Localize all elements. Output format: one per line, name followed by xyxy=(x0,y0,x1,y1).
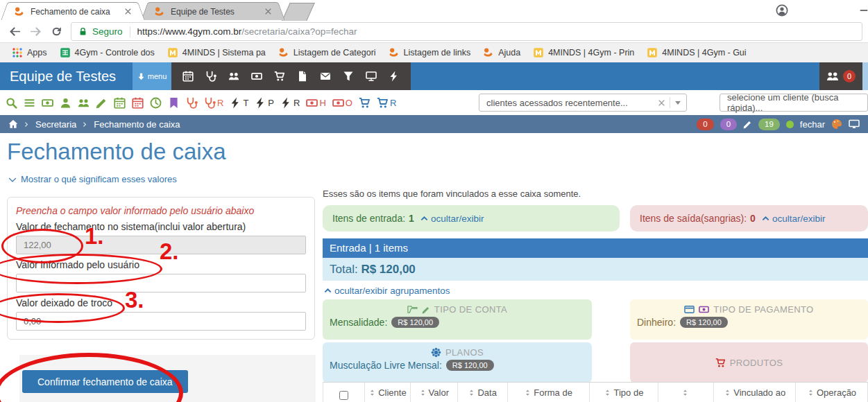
shortcut-bolt-R[interactable]: R xyxy=(280,97,300,109)
shortcut-menu[interactable] xyxy=(24,97,35,109)
breadcrumb-secretaria[interactable]: Secretaria xyxy=(35,119,76,130)
url-omnibox[interactable]: Seguro https://www.4gym.com.br/secretari… xyxy=(71,22,862,41)
tab-equipe-de-testes[interactable]: Equipe de Testes xyxy=(150,2,276,20)
select-all-checkbox[interactable] xyxy=(339,391,348,400)
shortcut-pencil[interactable] xyxy=(96,97,108,109)
group-title: TIPO DE PAGAMENTO xyxy=(713,304,813,315)
client-quick-search-select[interactable]: selecione um cliente (busca rápida)... xyxy=(720,94,868,112)
home-icon[interactable] xyxy=(8,119,18,129)
forward-icon[interactable] xyxy=(30,26,42,37)
users-icon[interactable] xyxy=(228,71,239,82)
user-value-input[interactable] xyxy=(16,274,306,292)
shortcut-money[interactable] xyxy=(42,97,53,109)
sort-icon xyxy=(604,389,611,396)
funnel-icon[interactable] xyxy=(343,71,354,82)
shortcut-users[interactable] xyxy=(78,97,90,109)
green-counter-badge[interactable]: 19 xyxy=(758,119,780,130)
column-header[interactable] xyxy=(658,383,714,402)
shortcut-calendar[interactable] xyxy=(132,97,144,109)
shortcut-calendar[interactable] xyxy=(114,97,126,109)
shortcut-stethoscope[interactable] xyxy=(186,97,198,109)
bookmarks-bar: Apps4Gym - Controle dos4MINDS | Sistema … xyxy=(0,43,868,62)
divider xyxy=(130,26,130,37)
menu-button[interactable]: menu xyxy=(133,62,171,90)
shortcut-user[interactable] xyxy=(60,97,71,109)
column-header[interactable] xyxy=(323,383,365,402)
red-counter-badge[interactable]: 0 xyxy=(697,119,713,130)
bolt-icon xyxy=(230,97,241,109)
shortcut-clock[interactable] xyxy=(150,97,162,109)
column-header-tipo-de[interactable]: Tipo de xyxy=(590,383,659,402)
entry-name: Dinheiro: xyxy=(637,317,676,328)
column-header-forma-de[interactable]: Forma de xyxy=(508,383,590,402)
monitor-icon[interactable] xyxy=(849,119,860,130)
bookmark-item[interactable]: Listagem de links xyxy=(382,47,477,58)
display-icon[interactable] xyxy=(366,71,377,82)
shortcut-bolt-T[interactable]: T xyxy=(230,97,248,109)
confirm-closing-button[interactable]: Confirmar fechamento de caixa xyxy=(22,370,188,393)
money-icon xyxy=(306,97,318,109)
column-header-vinculado-ao[interactable]: Vinculado ao xyxy=(714,383,796,402)
shortcut-stethoscope-R[interactable]: R xyxy=(204,97,223,109)
shortcut-money-O[interactable]: O xyxy=(332,97,352,109)
browser-address-bar: Seguro https://www.4gym.com.br/secretari… xyxy=(0,21,868,43)
bookmark-item[interactable]: Listagem de Categori xyxy=(272,47,382,58)
cart-icon xyxy=(359,97,371,109)
cart-icon[interactable] xyxy=(274,71,285,82)
bookmark-item[interactable]: 4MINDS | Sistema pa xyxy=(161,47,272,58)
new-tab-button[interactable] xyxy=(282,3,315,21)
shortcut-search[interactable] xyxy=(6,97,17,109)
bookmark-item[interactable]: Ajuda xyxy=(477,47,527,58)
close-tab-icon[interactable] xyxy=(264,8,272,15)
bookmark-item[interactable]: 4MINDS | 4Gym - Prin xyxy=(527,47,640,58)
palette-icon[interactable] xyxy=(831,119,842,130)
stethoscope-icon[interactable] xyxy=(205,71,216,82)
saida-toggle-link[interactable]: ocultar/exibir xyxy=(762,213,826,224)
header-spacer xyxy=(411,62,819,90)
close-tab-icon[interactable] xyxy=(124,8,132,15)
calendar-icon[interactable] xyxy=(182,71,194,82)
groups-toggle-link[interactable]: ocultar/exibir agrupamentos xyxy=(324,286,450,296)
page-title: Fechamento de caixa xyxy=(7,139,226,165)
column-header-valor[interactable]: Valor xyxy=(411,383,458,402)
bookmark-item[interactable]: 4Gym - Controle dos xyxy=(53,47,161,58)
shortcut-bolt-P[interactable]: P xyxy=(255,97,274,109)
recent-clients-select[interactable]: clientes acessados recentemente... xyxy=(479,94,687,112)
envelope-icon[interactable] xyxy=(320,71,331,82)
bookmark-item[interactable]: 4MINDS | 4Gym - Gui xyxy=(640,47,752,58)
stethoscope-icon xyxy=(204,97,216,109)
user-value-label: Valor informado pelo usuário xyxy=(16,259,306,270)
tab-fechamento-de-caixa[interactable]: Fechamento de caixa xyxy=(10,2,136,20)
column-header-cliente[interactable]: Cliente xyxy=(365,383,411,402)
back-icon[interactable] xyxy=(9,26,21,37)
shortcut-cart[interactable] xyxy=(359,97,371,109)
column-header-data[interactable]: Data xyxy=(458,383,508,402)
bolt-icon[interactable] xyxy=(389,71,400,82)
shortcut-bookmark[interactable] xyxy=(168,97,180,109)
bookmark-item[interactable]: Apps xyxy=(6,47,53,58)
clear-select-icon[interactable] xyxy=(658,99,665,107)
minimize-window-icon[interactable] xyxy=(859,6,868,15)
refresh-icon[interactable] xyxy=(51,26,62,37)
swoosh-icon xyxy=(483,47,494,58)
menu-label: menu xyxy=(148,72,167,80)
online-users-widget[interactable]: 0 xyxy=(819,62,862,90)
entrada-toggle-link[interactable]: ocultar/exibir xyxy=(420,213,484,224)
show-values-toggle-link[interactable]: Mostrar o quê significam esses valores xyxy=(8,174,177,184)
shortcut-money-H[interactable]: H xyxy=(306,97,325,109)
money-icon[interactable] xyxy=(251,71,262,82)
bookmark-label: 4MINDS | 4Gym - Gui xyxy=(662,48,746,58)
profile-icon[interactable] xyxy=(776,4,788,17)
pencil-icon[interactable] xyxy=(743,120,752,129)
file-icon[interactable] xyxy=(297,71,308,82)
chevron-up-icon xyxy=(420,215,428,222)
caret-down-icon[interactable] xyxy=(675,101,681,105)
tab-title: Fechamento de caixa xyxy=(31,7,110,17)
purple-counter-badge[interactable]: 0 xyxy=(720,119,737,130)
scrollbar-strip[interactable] xyxy=(862,62,868,90)
shortcut-cart-R[interactable]: R xyxy=(377,97,396,109)
column-header-operação[interactable]: Operação xyxy=(796,383,868,402)
change-value-input[interactable] xyxy=(16,312,306,331)
change-value-label: Valor deixado de troco xyxy=(16,297,306,308)
shortcut-suffix: P xyxy=(268,98,274,108)
